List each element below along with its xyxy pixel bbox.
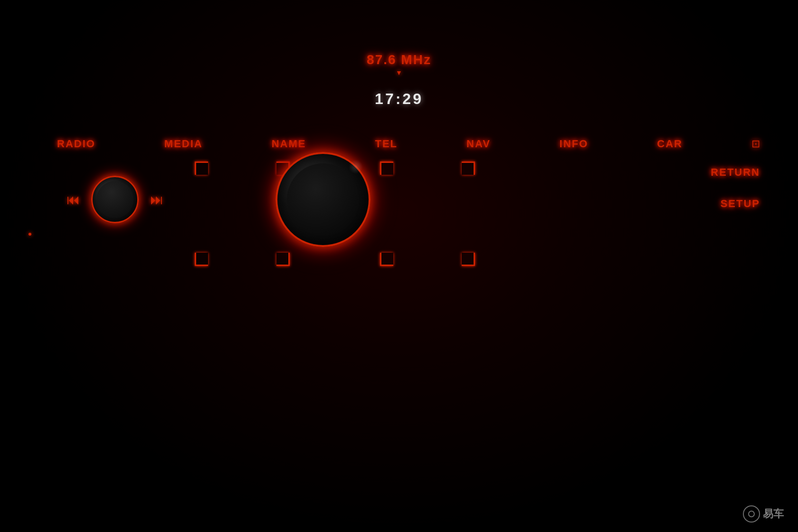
watermark-text: 易车: [763, 507, 784, 521]
car-infotainment-screen: 87.6 MHz ▼ 17:29 RADIO MEDIA NAME TEL NA…: [0, 0, 798, 532]
left-knob-section: ⏮ ⏭: [66, 176, 163, 223]
media-button[interactable]: MEDIA: [164, 138, 203, 150]
right-bracket-top-left: [380, 162, 393, 175]
bracket-bottom-left: [195, 253, 208, 266]
glow-indicator: [28, 233, 31, 236]
right-bracket: [380, 162, 475, 266]
small-knob[interactable]: [91, 176, 139, 223]
main-knob[interactable]: [276, 152, 370, 247]
bracket-bottom-right: [276, 253, 290, 266]
clock-display: 17:29: [375, 90, 423, 108]
car-button[interactable]: CAR: [657, 138, 683, 150]
bracket-top-left: [195, 162, 208, 175]
watermark: 易车: [743, 505, 784, 522]
menu-icon[interactable]: ⊡: [751, 138, 760, 150]
right-bracket-bottom-left: [380, 253, 393, 266]
watermark-icon: [743, 505, 760, 522]
nav-button[interactable]: NAV: [466, 138, 491, 150]
right-bracket-top-right: [462, 162, 475, 175]
return-button[interactable]: RETURN: [711, 166, 760, 179]
frequency-arrow: ▼: [396, 69, 402, 76]
center-bracket: [195, 162, 290, 266]
right-bracket-bottom-right: [462, 253, 475, 266]
prev-track-icon[interactable]: ⏮: [66, 192, 80, 208]
tel-button[interactable]: TEL: [375, 138, 398, 150]
name-button[interactable]: NAME: [272, 138, 306, 150]
setup-button[interactable]: SETUP: [721, 198, 760, 210]
radio-button[interactable]: RADIO: [57, 138, 95, 150]
frequency-display: 87.6 MHz ▼: [367, 52, 431, 76]
frequency-value: 87.6 MHz: [367, 52, 431, 67]
nav-buttons-row: RADIO MEDIA NAME TEL NAV INFO CAR ⊡: [57, 138, 760, 150]
right-buttons: RETURN SETUP: [494, 166, 760, 210]
next-track-icon[interactable]: ⏭: [150, 192, 163, 208]
info-button[interactable]: INFO: [560, 138, 589, 150]
